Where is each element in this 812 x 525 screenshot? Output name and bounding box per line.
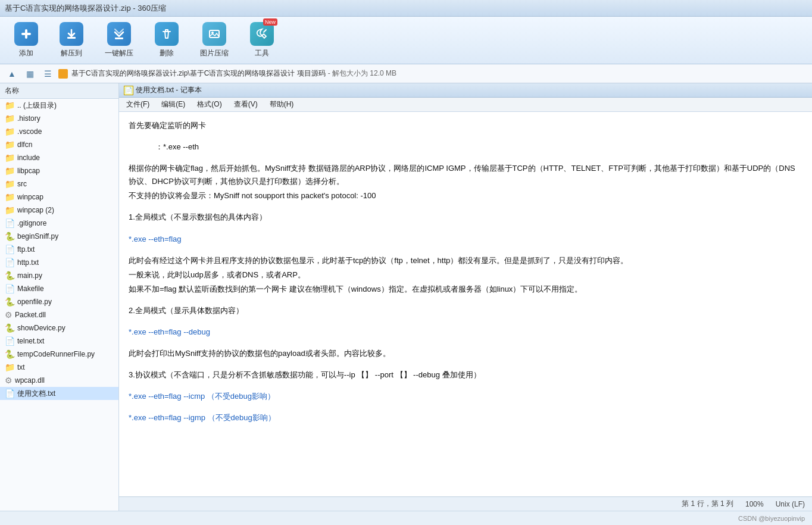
file-item[interactable]: ⚙wpcap.dll — [0, 374, 118, 387]
notepad-title-text: 使用文档.txt - 记事本 — [136, 85, 202, 95]
text-empty-line — [129, 361, 802, 368]
file-item[interactable]: 📄Makefile — [0, 282, 118, 295]
tools-label: 工具 — [255, 48, 269, 58]
file-item[interactable]: ⚙Packet.dll — [0, 308, 118, 321]
file-item[interactable]: 🐍openfile.py — [0, 295, 118, 308]
menu-item[interactable]: 文件(F) — [121, 98, 154, 111]
file-name: beginSniff.py — [17, 232, 58, 240]
file-type-icon: 🐍 — [5, 232, 15, 241]
file-name: Packet.dll — [15, 311, 46, 319]
extract-button[interactable]: 解压到 — [55, 20, 88, 61]
file-name: .. (上级目录) — [17, 101, 57, 111]
file-item[interactable]: 🐍beginSniff.py — [0, 230, 118, 243]
file-type-icon: 📁 — [5, 114, 15, 123]
file-item[interactable]: 📁.vscode — [0, 125, 118, 138]
file-name: .gitignore — [17, 219, 46, 227]
nav-detail-button[interactable]: ☰ — [40, 67, 55, 81]
text-empty-line — [129, 318, 802, 326]
file-type-icon: 📁 — [5, 153, 15, 162]
text-line: 此时会打印出MySniff支持的协议的数据包的payload或者头部。内容比较多… — [129, 347, 802, 360]
file-item[interactable]: 📁include — [0, 151, 118, 164]
file-item[interactable]: 📁.. (上级目录) — [0, 99, 118, 112]
new-badge: New — [263, 18, 277, 26]
file-item[interactable]: 📁txt — [0, 361, 118, 374]
file-type-icon: 📄 — [5, 218, 15, 228]
notepad-title: 📄 使用文档.txt - 记事本 — [119, 83, 812, 98]
file-name: winpcap (2) — [17, 206, 54, 214]
watermark: CSDN @biyezuopinvip — [0, 511, 812, 525]
text-line: 如果不加=flag 默认监听函数找到的第一个网卡 建议在物理机下（windows… — [129, 283, 802, 296]
delete-icon — [155, 22, 179, 46]
file-panel: 名称 📁.. (上级目录)📁.history📁.vscode📁dlfcn📁inc… — [0, 83, 119, 511]
text-empty-line — [129, 383, 802, 390]
file-list: 📁.. (上级目录)📁.history📁.vscode📁dlfcn📁includ… — [0, 99, 118, 400]
text-line: 此时会有经过这个网卡并且程序支持的协议数据包显示，此时基于tcp的协议（ftp，… — [129, 254, 802, 267]
file-item[interactable]: 📄telnet.txt — [0, 335, 118, 348]
svg-rect-4 — [210, 30, 219, 38]
file-item[interactable]: 📁libpcap — [0, 164, 118, 177]
file-name: winpcap — [17, 193, 43, 201]
file-item[interactable]: 📄http.txt — [0, 256, 118, 269]
text-panel: 📄 使用文档.txt - 记事本 文件(F)编辑(E)格式(O)查看(V)帮助(… — [119, 83, 812, 511]
text-line: 首先要确定监听的网卡 — [129, 119, 802, 132]
tools-button[interactable]: New 工具 — [245, 20, 279, 61]
zoom-level: 100% — [745, 500, 764, 508]
file-item[interactable]: 📁src — [0, 177, 118, 190]
file-item[interactable]: 🐍tempCodeRunnerFile.py — [0, 348, 118, 361]
file-type-icon: 📁 — [5, 362, 15, 372]
text-content[interactable]: 首先要确定监听的网卡 ：*.exe --eth根据你的网卡确定flag，然后开始… — [119, 112, 812, 496]
file-type-icon: 📄 — [5, 336, 15, 346]
add-icon — [14, 22, 38, 46]
file-item[interactable]: 📁winpcap (2) — [0, 204, 118, 217]
file-name: telnet.txt — [17, 337, 44, 345]
file-item[interactable]: 📄.gitignore — [0, 217, 118, 230]
text-line: *.exe --eth=flag --igmp （不受debug影响） — [129, 411, 802, 424]
file-item[interactable]: 🐍showDevice.py — [0, 321, 118, 335]
file-type-icon: 📁 — [5, 179, 15, 189]
menu-item[interactable]: 帮助(H) — [265, 98, 299, 111]
title-text: 基于C语言实现的网络嗅探器设计.zip - 360压缩 — [5, 3, 166, 14]
file-name: wpcap.dll — [15, 376, 45, 385]
tools-icon: New — [250, 22, 274, 46]
add-button[interactable]: 添加 — [10, 20, 43, 61]
svg-rect-2 — [67, 37, 76, 39]
address-bar: ▲ ▦ ☰ 基于C语言实现的网络嗅探器设计.zip\基于C语言实现的网络嗅探器设… — [0, 64, 812, 83]
file-item[interactable]: 📁winpcap — [0, 190, 118, 204]
file-type-icon: 📁 — [5, 140, 15, 149]
text-empty-line — [129, 404, 802, 411]
image-compress-button[interactable]: 图片压缩 — [195, 20, 233, 61]
nav-list-button[interactable]: ▦ — [23, 67, 37, 81]
text-empty-line — [129, 247, 802, 254]
file-name: libpcap — [17, 167, 40, 175]
text-line: ：*.exe --eth — [129, 140, 802, 154]
file-type-icon: 📁 — [5, 205, 15, 215]
menu-item[interactable]: 查看(V) — [229, 98, 263, 111]
file-name: .vscode — [17, 127, 42, 136]
main-content: 名称 📁.. (上级目录)📁.history📁.vscode📁dlfcn📁inc… — [0, 83, 812, 511]
text-empty-line — [129, 297, 802, 304]
one-extract-button[interactable]: 一键解压 — [100, 20, 138, 61]
image-compress-label: 图片压缩 — [200, 48, 229, 58]
menu-item[interactable]: 格式(O) — [192, 98, 226, 111]
file-item[interactable]: 📁.history — [0, 112, 118, 125]
address-path: 基于C语言实现的网络嗅探器设计.zip\基于C语言实现的网络嗅探器设计 项目源码… — [71, 68, 396, 79]
file-panel-header: 名称 — [0, 83, 118, 99]
text-empty-line — [129, 226, 802, 233]
svg-rect-3 — [115, 38, 123, 39]
nav-back-button[interactable]: ▲ — [5, 67, 19, 81]
menu-item[interactable]: 编辑(E) — [157, 98, 190, 111]
file-type-icon: 🐍 — [5, 349, 15, 359]
file-type-icon: 🐍 — [5, 271, 15, 280]
file-type-icon: 🐍 — [5, 323, 15, 333]
svg-rect-1 — [21, 33, 31, 35]
file-type-icon: 📁 — [5, 166, 15, 176]
file-item[interactable]: 📄使用文档.txt — [0, 387, 118, 400]
file-name: tempCodeRunnerFile.py — [17, 350, 95, 358]
text-line: 不支持的协议将会显示：MySniff not soupport this pac… — [129, 189, 802, 202]
delete-button[interactable]: 删除 — [150, 20, 183, 61]
file-item[interactable]: 📁dlfcn — [0, 138, 118, 151]
file-name: txt — [17, 363, 25, 371]
file-item[interactable]: 🐍main.py — [0, 269, 118, 282]
add-label: 添加 — [19, 48, 33, 58]
file-item[interactable]: 📄ftp.txt — [0, 243, 118, 256]
